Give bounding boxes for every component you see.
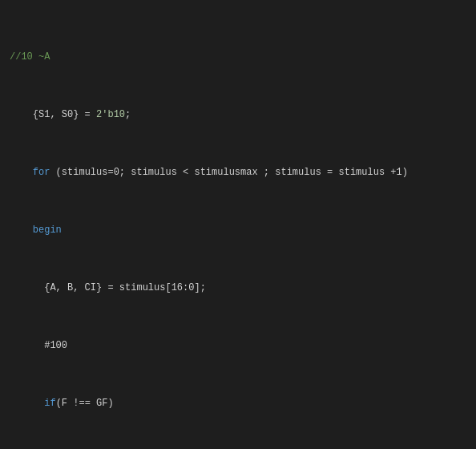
- code-editor: //10 ~A {S1, S0} = 2'b10; for (stimulus=…: [10, 6, 466, 449]
- code-line-1: //10 ~A: [10, 50, 466, 64]
- code-line-4: begin: [10, 223, 466, 237]
- code-line-2: {S1, S0} = 2'b10;: [10, 107, 466, 122]
- code-line-6: #100: [10, 338, 466, 353]
- code-line-5: {A, B, CI} = stimulus[16:0];: [10, 281, 466, 295]
- code-line-7: if(F !== GF): [10, 396, 466, 411]
- comment-10: //10 ~A: [10, 51, 50, 63]
- code-line-3: for (stimulus=0; stimulus < stimulusmax …: [10, 165, 466, 180]
